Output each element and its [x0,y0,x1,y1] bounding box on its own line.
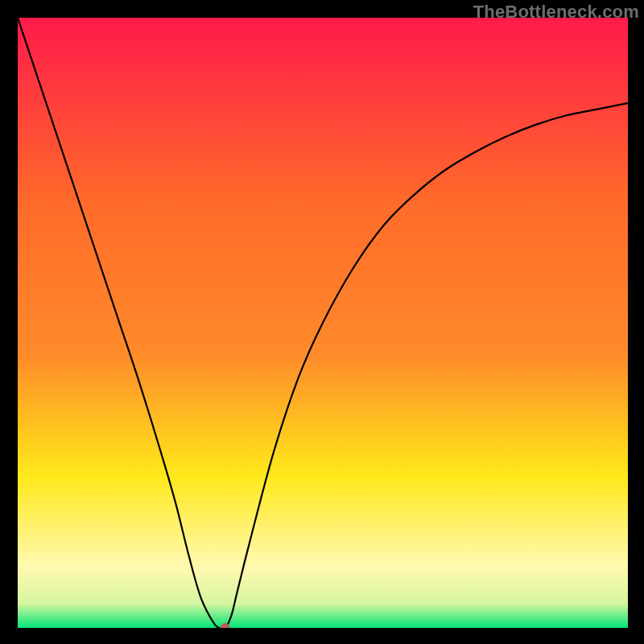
chart-frame: TheBottleneck.com [0,0,644,644]
watermark-text: TheBottleneck.com [473,2,639,23]
plot-area [18,18,628,628]
chart-svg [18,18,628,628]
